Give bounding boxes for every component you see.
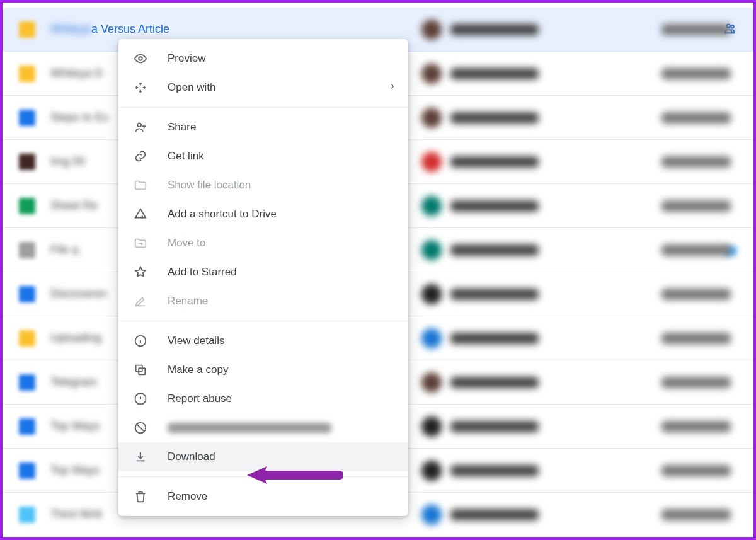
pencil-icon <box>134 294 147 308</box>
menu-label: Add to Starred <box>168 266 237 279</box>
menu-label: View details <box>168 335 224 347</box>
download-icon <box>134 450 147 464</box>
svg-point-3 <box>137 123 141 127</box>
chevron-right-icon <box>388 81 397 94</box>
menu-label: Get link <box>168 150 204 163</box>
menu-divider <box>118 321 408 321</box>
menu-label-blurred <box>168 423 331 433</box>
link-icon <box>134 149 147 163</box>
menu-preview[interactable]: Preview <box>118 44 408 73</box>
file-type-icon <box>19 330 35 347</box>
menu-add-shortcut[interactable]: Add a shortcut to Drive <box>118 200 408 229</box>
file-type-icon <box>19 66 35 82</box>
menu-label: Preview <box>168 52 205 65</box>
file-type-icon <box>19 462 35 479</box>
eye-icon <box>134 52 147 66</box>
file-type-icon <box>19 374 35 391</box>
folder-move-icon <box>134 236 147 250</box>
menu-divider <box>118 107 408 108</box>
menu-rename: Rename <box>118 287 408 316</box>
drive-shortcut-icon <box>134 207 147 221</box>
menu-download[interactable]: Download <box>118 442 408 471</box>
menu-label: Report abuse <box>168 393 232 405</box>
block-icon <box>134 421 147 435</box>
menu-label: Download <box>168 451 215 463</box>
context-menu: Preview Open with Share Get link Show fi… <box>118 39 408 516</box>
person-add-icon <box>134 120 147 134</box>
menu-label: Make a copy <box>168 364 228 376</box>
menu-share[interactable]: Share <box>118 113 408 142</box>
file-type-icon <box>19 110 35 126</box>
file-type-icon <box>19 286 35 302</box>
menu-label: Show file location <box>168 179 251 192</box>
menu-report-abuse[interactable]: Report abuse <box>118 384 408 413</box>
menu-label: Open with <box>168 81 216 94</box>
menu-make-copy[interactable]: Make a copy <box>118 355 408 384</box>
copy-icon <box>134 363 147 377</box>
menu-label: Remove <box>168 490 207 503</box>
file-type-icon <box>19 418 35 435</box>
info-icon <box>134 334 147 348</box>
menu-get-link[interactable]: Get link <box>118 142 408 171</box>
file-type-icon <box>19 507 35 523</box>
file-type-icon <box>19 154 35 170</box>
menu-label: Add a shortcut to Drive <box>168 208 277 221</box>
svg-point-2 <box>139 57 142 60</box>
trash-icon <box>134 490 147 503</box>
menu-label: Rename <box>168 295 208 307</box>
menu-open-with[interactable]: Open with <box>118 73 408 102</box>
menu-show-location: Show file location <box>118 171 408 200</box>
menu-label: Share <box>168 121 196 134</box>
menu-add-starred[interactable]: Add to Starred <box>118 258 408 287</box>
menu-view-details[interactable]: View details <box>118 326 408 355</box>
file-type-icon <box>19 198 35 214</box>
menu-divider <box>118 476 408 477</box>
open-with-icon <box>134 81 147 95</box>
folder-icon <box>134 178 147 192</box>
menu-remove[interactable]: Remove <box>118 482 408 511</box>
menu-move-to: Move to <box>118 229 408 258</box>
svg-point-1 <box>731 25 733 28</box>
report-icon <box>134 392 147 406</box>
file-type-icon <box>19 21 35 38</box>
file-name: Whiteyaa Versus Article <box>50 23 717 36</box>
menu-block[interactable] <box>118 413 408 442</box>
file-type-icon <box>19 242 35 258</box>
menu-label: Move to <box>168 237 205 250</box>
star-icon <box>134 265 147 279</box>
